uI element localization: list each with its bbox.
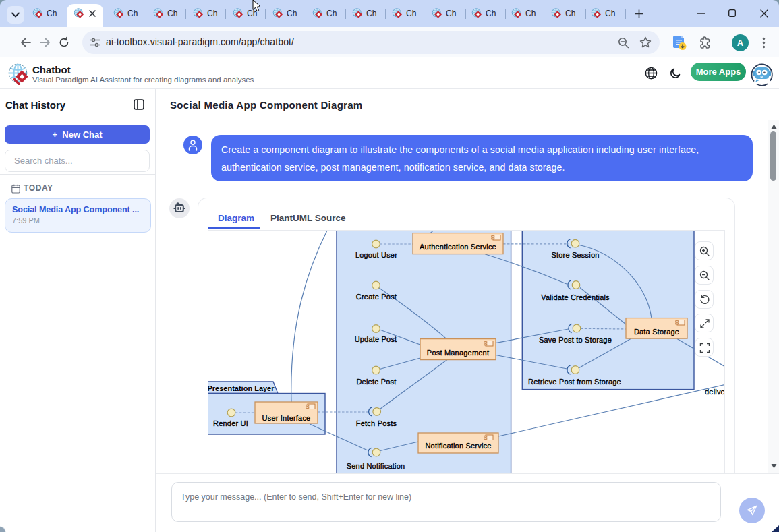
svg-text:delive: delive	[705, 388, 725, 396]
svg-text:Retrieve Post from Storage: Retrieve Post from Storage	[528, 378, 621, 386]
svg-text:Update Post: Update Post	[355, 335, 397, 343]
svg-text:Send Notification: Send Notification	[347, 462, 405, 470]
svg-text:Post Management: Post Management	[427, 349, 489, 357]
svg-text:Create Post: Create Post	[356, 293, 397, 301]
svg-text:Data Storage: Data Storage	[634, 328, 679, 336]
svg-text:Presentation Layer: Presentation Layer	[208, 384, 275, 392]
svg-text:Authentication Service: Authentication Service	[420, 243, 496, 251]
svg-text:Fetch Posts: Fetch Posts	[356, 419, 397, 427]
svg-text:Notification Service: Notification Service	[425, 442, 491, 450]
svg-text:Logout User: Logout User	[355, 251, 397, 259]
svg-text:Delete Post: Delete Post	[356, 378, 396, 386]
svg-text:User Interface: User Interface	[262, 414, 311, 422]
svg-text:Render UI: Render UI	[213, 419, 248, 427]
svg-text:Save Post to Storage: Save Post to Storage	[539, 336, 612, 344]
svg-text:Validate Credentials: Validate Credentials	[541, 293, 610, 301]
svg-text:Store Session: Store Session	[551, 251, 599, 259]
